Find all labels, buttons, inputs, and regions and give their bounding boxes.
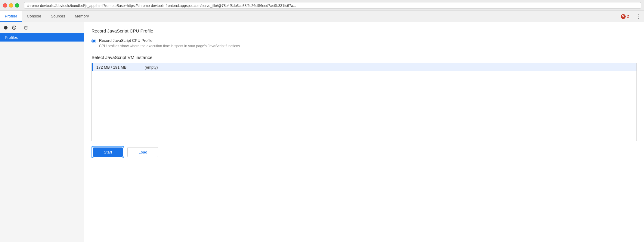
toolbar-divider (20, 25, 20, 30)
record-button[interactable] (2, 24, 9, 31)
devtools-tab-bar: Profiler Console Sources Memory ✕ 2 ⋮ (0, 11, 644, 22)
minimize-button[interactable] (9, 3, 13, 8)
sidebar: Profiles (0, 22, 84, 242)
error-badge[interactable]: ✕ 2 (621, 11, 629, 22)
vm-instance-list: 172 MB / 191 MB (empty) (91, 63, 637, 141)
sidebar-toolbar (0, 22, 84, 33)
vm-section-title: Select JavaScript VM instance (91, 55, 637, 60)
profile-option-label: Record JavaScript CPU Profile (99, 38, 241, 43)
traffic-lights (3, 3, 19, 8)
svg-point-0 (4, 26, 8, 29)
svg-rect-3 (25, 27, 27, 29)
main-layout: Profiles Record JavaScript CPU Profile R… (0, 22, 644, 242)
profile-option-content: Record JavaScript CPU Profile CPU profil… (99, 38, 241, 49)
error-icon: ✕ (621, 14, 626, 19)
start-button[interactable]: Start (93, 147, 123, 157)
vm-name: (empty) (144, 65, 158, 70)
more-menu-button[interactable]: ⋮ (633, 11, 644, 22)
sidebar-item-profiles[interactable]: Profiles (0, 33, 84, 42)
section-title: Record JavaScript CPU Profile (91, 28, 637, 33)
sidebar-nav: Profiles (0, 33, 84, 242)
url-bar: chrome-devtools://devtools/bundled/js_ap… (24, 2, 641, 9)
title-bar: chrome-devtools://devtools/bundled/js_ap… (0, 0, 644, 11)
tab-sources[interactable]: Sources (46, 11, 70, 22)
start-button-wrapper: Start (91, 146, 124, 158)
content-area: Record JavaScript CPU Profile Record Jav… (84, 22, 644, 242)
maximize-button[interactable] (15, 3, 19, 8)
clear-profiles-button[interactable] (23, 24, 29, 31)
load-button[interactable]: Load (127, 147, 158, 157)
vm-memory: 172 MB / 191 MB (96, 65, 126, 70)
error-count: 2 (627, 14, 629, 19)
svg-line-2 (13, 26, 15, 29)
vm-instance-item[interactable]: 172 MB / 191 MB (empty) (92, 63, 636, 71)
stop-button[interactable] (11, 24, 17, 31)
action-buttons: Start Load (91, 146, 637, 158)
tab-profiler[interactable]: Profiler (0, 11, 22, 22)
profile-option-cpu: Record JavaScript CPU Profile CPU profil… (91, 38, 637, 49)
tab-spacer (94, 11, 621, 22)
profile-option-description: CPU profiles show where the execution ti… (99, 44, 241, 49)
profile-radio-cpu[interactable] (91, 39, 96, 43)
close-button[interactable] (3, 3, 7, 8)
tab-console[interactable]: Console (22, 11, 46, 22)
tab-memory[interactable]: Memory (70, 11, 94, 22)
